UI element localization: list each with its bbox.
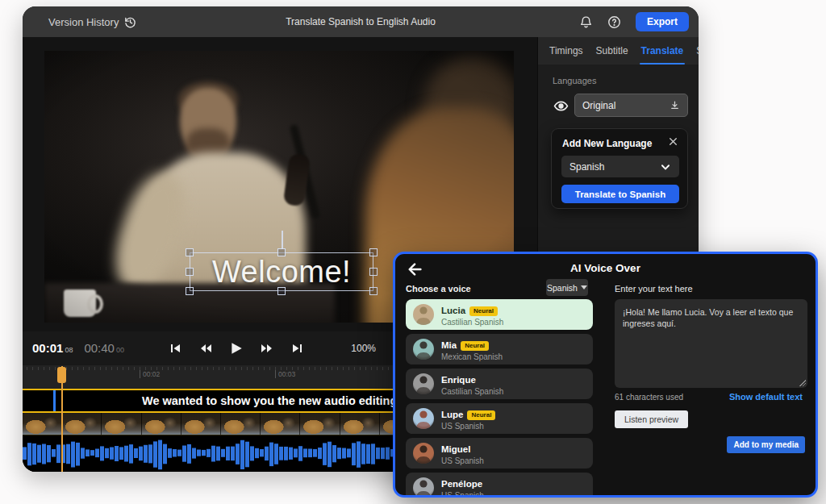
ruler-tick — [343, 367, 344, 370]
chevron-down-icon — [660, 161, 671, 173]
voice-card-miguel[interactable]: MiguelUS Spanish — [406, 438, 593, 469]
voice-card-penelope[interactable]: PenélopeUS Spanish — [406, 473, 593, 498]
resize-handle-top-center[interactable] — [277, 248, 286, 256]
tab-style[interactable]: Style — [696, 37, 699, 65]
listen-preview-button[interactable]: Listen preview — [615, 410, 688, 428]
filmstrip-frame — [142, 413, 181, 435]
rewind-button[interactable] — [199, 342, 212, 355]
filmstrip-frame — [221, 413, 261, 435]
ruler-tick — [337, 367, 338, 370]
voice-name: Lucia — [441, 306, 465, 315]
play-button[interactable] — [229, 341, 244, 356]
overlay-text[interactable]: Welcome! — [190, 253, 373, 290]
translate-to-spanish-button[interactable]: Translate to Spanish — [561, 185, 679, 203]
ruler-tick — [247, 367, 248, 370]
export-button[interactable]: Export — [636, 12, 689, 31]
ruler-tick — [348, 367, 349, 370]
ruler-tick — [365, 367, 366, 370]
voice-name: Mia — [441, 340, 457, 350]
total-time: 00:40 — [84, 341, 115, 355]
ruler-tick — [190, 367, 191, 370]
top-bar: Version History Translate Spanish to Eng… — [23, 6, 699, 37]
textarea-resize-handle[interactable] — [799, 380, 806, 386]
voice-name: Miguel — [441, 444, 470, 454]
ruler-tick — [100, 367, 101, 370]
ruler-tick — [360, 367, 361, 370]
download-icon[interactable] — [670, 100, 680, 110]
add-to-my-media-button[interactable]: Add to my media — [727, 436, 805, 453]
close-icon[interactable] — [668, 136, 678, 147]
ruler-tick — [72, 367, 73, 370]
visibility-eye-icon[interactable] — [553, 98, 569, 114]
skip-to-start-button[interactable] — [169, 342, 182, 355]
text-overlay-selection[interactable]: Welcome! — [190, 252, 373, 291]
ruler-tick — [38, 367, 39, 370]
voice-card-lucia[interactable]: LuciaNeuralCastilian Spanish — [406, 299, 593, 330]
resize-handle-bottom-left[interactable] — [186, 287, 194, 295]
ruler-tick — [185, 367, 186, 370]
voice-avatar — [413, 339, 434, 360]
ruler-tick — [128, 367, 129, 370]
voice-card-mia[interactable]: MiaNeuralMexican Spanish — [406, 334, 593, 364]
ruler-tick — [162, 367, 163, 370]
resize-handle-bottom-center[interactable] — [277, 287, 286, 295]
skip-to-end-button[interactable] — [290, 342, 303, 355]
ruler-tick — [219, 367, 219, 370]
voice-language-desc: Castilian Spanish — [441, 318, 503, 327]
voice-card-lupe[interactable]: LupeNeuralUS Spanish — [406, 403, 593, 434]
ruler-tick — [66, 367, 67, 370]
language-select-value: Spanish — [569, 161, 660, 173]
current-time: 00:01 — [32, 341, 63, 355]
resize-handle-mid-right[interactable] — [369, 268, 378, 276]
enter-text-label: Enter your text here — [615, 284, 693, 294]
voice-name: Penélope — [441, 479, 482, 489]
help-icon[interactable] — [607, 15, 621, 29]
language-select[interactable]: Spanish — [561, 156, 679, 177]
ruler-tick — [106, 367, 106, 370]
neural-badge: Neural — [469, 306, 498, 316]
resize-handle-mid-left[interactable] — [186, 268, 194, 276]
playhead-handle[interactable] — [57, 367, 66, 383]
ruler-tick — [134, 367, 135, 370]
original-language-field[interactable]: Original — [574, 94, 688, 117]
voiceover-text-input[interactable]: ¡Hola! Me llamo Lucia. Voy a leer el tex… — [615, 299, 807, 388]
rotate-handle-stem — [282, 231, 283, 249]
ruler-tick — [44, 367, 44, 370]
current-frames: 08 — [65, 346, 73, 354]
timeline-zoom-level[interactable]: 100% — [351, 331, 376, 365]
resize-handle-bottom-right[interactable] — [369, 287, 378, 295]
voice-avatar — [413, 477, 434, 498]
voice-list: LuciaNeuralCastilian SpanishMiaNeuralMex… — [406, 254, 593, 495]
tab-timings[interactable]: Timings — [549, 37, 583, 65]
history-icon — [123, 15, 137, 29]
notifications-bell-icon[interactable] — [579, 15, 593, 29]
subtitle-clip-text[interactable]: We wanted to show you the new audio edit… — [23, 390, 446, 411]
resize-handle-top-left[interactable] — [186, 248, 194, 256]
voice-avatar — [413, 304, 434, 325]
fast-forward-button[interactable] — [261, 342, 273, 355]
ruler-tick — [269, 367, 270, 370]
original-language-value: Original — [582, 100, 670, 111]
ruler-tick — [202, 367, 202, 370]
filmstrip-frame — [300, 413, 340, 435]
ruler-tick — [236, 367, 236, 370]
voice-language-desc: Mexican Spanish — [441, 352, 503, 361]
tab-translate[interactable]: Translate — [641, 37, 684, 65]
ruler-tick — [332, 367, 332, 370]
ruler-tick — [55, 367, 56, 370]
ruler-tick — [123, 367, 123, 370]
ruler-tick — [213, 367, 214, 370]
voice-card-enrique[interactable]: EnriqueCastilian Spanish — [406, 369, 593, 399]
tab-subtitle[interactable]: Subtitle — [596, 37, 628, 65]
panel-tabs: TimingsSubtitleTranslateStyle — [538, 37, 699, 65]
version-history-label: Version History — [48, 16, 119, 28]
version-history-button[interactable]: Version History — [48, 6, 137, 37]
filmstrip-frame — [181, 413, 221, 435]
add-language-title: Add New Language — [562, 138, 652, 149]
show-default-text-link[interactable]: Show default text — [729, 392, 803, 402]
characters-used-counter: 61 characters used — [615, 393, 683, 402]
ruler-tick — [309, 367, 310, 370]
resize-handle-top-right[interactable] — [369, 248, 378, 256]
ruler-tick — [326, 367, 327, 370]
filmstrip-frame — [23, 413, 62, 435]
